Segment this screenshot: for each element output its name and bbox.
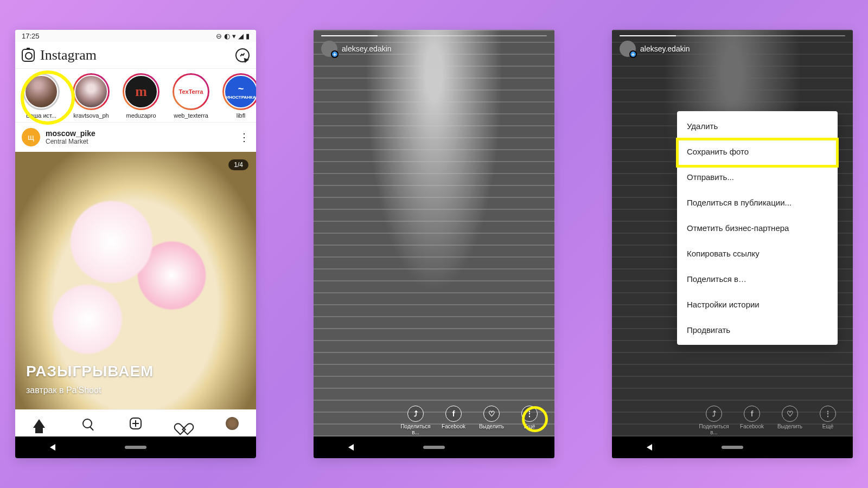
story-item[interactable]: kravtsova_ph [71,73,112,119]
story-background[interactable] [314,30,554,458]
story-options-menu: Удалить Сохранить фото Отправить... Поде… [677,111,838,345]
story-user-row[interactable]: + aleksey.edakin [321,41,547,57]
heart-icon: ♡ [782,406,798,422]
facebook-icon: f [445,406,462,422]
story-label: web_texterra [174,112,208,119]
facebook-icon: f [744,406,760,422]
signal-icon: ◢ [238,33,244,40]
menu-promote[interactable]: Продвигать [677,317,838,343]
story-actions-row: ⤴ Поделиться в... f Facebook ♡ Выделить … [314,406,554,435]
status-time: 17:25 [22,32,40,40]
post-image[interactable]: 1/4 РАЗЫГРЫВАЕМ завтрак в Pa'Shoot [15,152,256,409]
android-nav-bar [612,436,853,458]
story-user-avatar[interactable]: + [620,41,636,57]
story-label: Ваша ист... [26,112,56,119]
share-icon: ⤴ [407,406,424,422]
story-username: aleksey.edakin [342,44,392,53]
post-overlay-title: РАЗЫГРЫВАЕМ [26,363,245,380]
battery-icon: ▮ [246,33,250,40]
do-not-disturb-icon: ⊖ [216,33,222,40]
menu-share-to[interactable]: Поделиться в… [677,266,838,292]
heart-icon: ♡ [483,406,500,422]
instagram-header: Instagram [15,42,256,69]
carousel-counter: 1/4 [228,159,248,170]
android-home-pill[interactable] [125,446,146,449]
menu-save-photo[interactable]: Сохранить фото [677,139,838,164]
menu-copy-link[interactable]: Копировать ссылку [677,241,838,266]
story-label: meduzapro [126,112,156,119]
screen-3-story-menu: + aleksey.edakin Удалить Сохранить фото … [612,30,853,458]
post-avatar[interactable]: щ [22,128,40,146]
post-location: Central Market [46,138,233,145]
android-back-icon[interactable] [348,444,354,451]
messenger-icon[interactable] [234,47,251,63]
story-item[interactable]: ~ИНОСТРАНКА libfl [220,73,256,119]
facebook-button[interactable]: f Facebook [735,406,769,435]
add-badge-icon: + [629,50,637,58]
android-back-icon[interactable] [647,444,652,451]
story-label: kravtsova_ph [73,112,108,119]
highlight-button[interactable]: ♡ Выделить [474,406,509,435]
android-nav-bar [314,436,554,458]
android-home-pill[interactable] [423,446,445,449]
instagram-logo: Instagram [40,47,97,63]
menu-share-as-post[interactable]: Поделиться в публикации... [677,190,838,215]
share-icon: ⤴ [706,406,722,422]
status-bar: 17:25 ⊖ ◐ ▾ ◢ ▮ [15,30,256,42]
story-your-story[interactable]: Ваша ист... [21,73,62,119]
story-progress-bar [620,35,845,36]
android-back-icon[interactable] [50,444,55,451]
story-progress-bar [321,35,547,36]
post-user-block[interactable]: moscow_pike Central Market [46,129,233,145]
more-icon: ⋮ [521,406,538,422]
story-item[interactable]: m meduzapro [120,73,162,119]
facebook-button[interactable]: f Facebook [436,406,471,435]
menu-tag-business-partner[interactable]: Отметить бизнес-партнера [677,215,838,241]
menu-delete[interactable]: Удалить [677,113,838,139]
brightness-icon: ◐ [224,33,230,40]
highlight-button[interactable]: ♡ Выделить [773,406,807,435]
bottom-nav [15,409,256,436]
more-button[interactable]: ⋮ Ещё [810,406,845,435]
post-username: moscow_pike [46,129,233,138]
story-username: aleksey.edakin [640,44,690,53]
android-home-pill[interactable] [722,446,743,449]
story-item[interactable]: TexTerra web_texterra [170,73,212,119]
screen-1-instagram-feed: 17:25 ⊖ ◐ ▾ ◢ ▮ Instagram Ваша ист... kr… [15,30,256,458]
nav-home-icon[interactable] [32,416,46,431]
more-icon: ⋮ [820,406,836,422]
post-more-icon[interactable]: ⋮ [239,131,250,144]
more-button[interactable]: ⋮ Ещё [512,406,547,435]
screen-2-story-view: + aleksey.edakin ⤴ Поделиться в... f Fac… [314,30,554,458]
story-user-row[interactable]: + aleksey.edakin [620,41,845,57]
story-user-avatar[interactable]: + [321,41,337,57]
share-button[interactable]: ⤴ Поделиться в... [697,406,731,435]
story-actions-row: ⤴ Поделиться в... f Facebook ♡ Выделить … [612,406,853,435]
post-overlay-subtitle: завтрак в Pa'Shoot [26,386,245,395]
status-icons: ⊖ ◐ ▾ ◢ ▮ [216,33,250,40]
menu-send[interactable]: Отправить... [677,164,838,190]
nav-activity-icon[interactable] [177,416,191,431]
story-label: libfl [237,112,246,119]
stories-row[interactable]: Ваша ист... kravtsova_ph m meduzapro Tex… [15,69,256,123]
nav-search-icon[interactable] [80,416,94,431]
android-nav-bar [15,436,256,458]
nav-add-icon[interactable] [129,416,143,431]
add-badge-icon: + [331,50,339,58]
menu-story-settings[interactable]: Настройки истории [677,292,838,317]
nav-profile-icon[interactable] [225,416,239,431]
wifi-icon: ▾ [232,33,236,40]
story-top-bar: + aleksey.edakin [314,30,554,57]
story-top-bar: + aleksey.edakin [612,30,853,57]
camera-icon[interactable] [22,49,35,62]
post-header[interactable]: щ moscow_pike Central Market ⋮ [15,123,256,152]
share-button[interactable]: ⤴ Поделиться в... [398,406,433,435]
